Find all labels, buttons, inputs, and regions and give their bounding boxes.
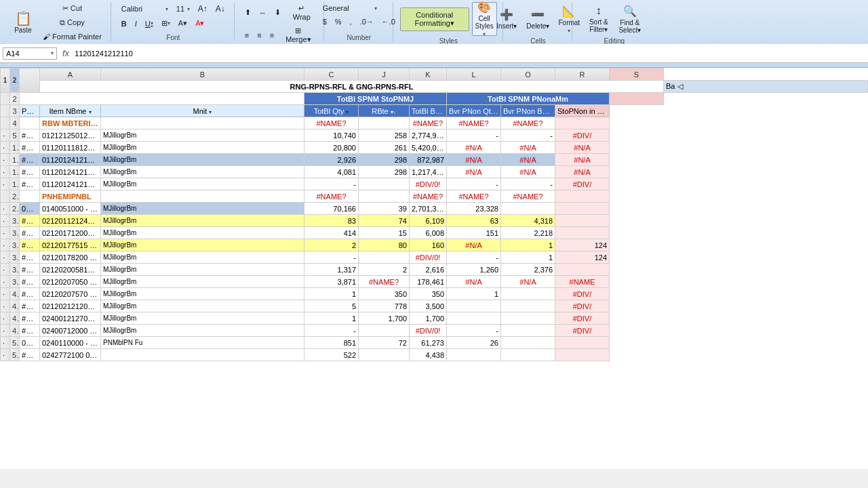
item-filter[interactable]: ▾ (89, 109, 92, 115)
table-cell[interactable] (447, 349, 501, 361)
percent-button[interactable]: % (332, 16, 345, 28)
table-cell[interactable]: 2 (359, 264, 410, 276)
table-cell[interactable]: 012121250122121212 - BLMMINMM 1012120 SH… (40, 129, 101, 142)
table-cell[interactable]: 298 (359, 166, 410, 178)
table-cell[interactable]: 160 (410, 239, 447, 251)
table-cell[interactable]: 151 (447, 227, 501, 239)
table-cell[interactable]: #DIV/0! (410, 251, 447, 264)
table-cell[interactable] (555, 215, 610, 227)
decrease-font-button[interactable]: A↓ (212, 2, 229, 16)
table-cell[interactable]: ####### (20, 215, 40, 227)
table-cell[interactable]: #DIV/ (555, 300, 610, 312)
table-cell[interactable]: 1 (304, 312, 359, 325)
table-cell[interactable]: #N/A (501, 166, 555, 178)
table-cell[interactable]: ####### (20, 288, 40, 300)
table-cell[interactable]: 1 (447, 288, 501, 300)
level1-btn[interactable]: 1 (1, 68, 10, 93)
table-cell[interactable]: ####### (20, 178, 40, 190)
table-cell[interactable]: ####### (20, 227, 40, 239)
table-cell[interactable]: MJillogrBm (101, 300, 304, 312)
conditional-format-button[interactable]: Conditional Formatting▾ (400, 7, 469, 31)
table-cell[interactable]: 778 (359, 300, 410, 312)
table-cell[interactable]: 39 (359, 203, 410, 215)
table-cell[interactable]: 124 (555, 251, 610, 264)
table-cell[interactable]: 1,217,488 (410, 166, 447, 178)
table-cell[interactable]: ####### (20, 300, 40, 312)
table-cell[interactable] (501, 288, 555, 300)
table-cell[interactable]: 2 (304, 239, 359, 251)
table-cell[interactable]: 1,317 (304, 264, 359, 276)
col-r-header[interactable]: R (555, 68, 610, 81)
table-cell[interactable]: 0242772100 0242772100 - PNVPN SOLVENT (40, 349, 101, 361)
table-cell[interactable]: 72 (359, 337, 410, 349)
table-cell[interactable] (359, 178, 410, 190)
align-middle-button[interactable]: ↔ (256, 2, 270, 23)
table-cell[interactable]: 4,318 (501, 215, 555, 227)
merge-button[interactable]: ⊞ Merge▾ (279, 24, 318, 46)
table-cell[interactable]: 350 (410, 288, 447, 300)
table-cell[interactable]: 0140051000 - H3RD PNOPKMJ - INDIB (40, 203, 101, 215)
align-center-button[interactable]: ≡ (254, 24, 264, 46)
table-cell[interactable]: MJillogrBm (101, 178, 304, 190)
increase-decimal-button[interactable]: .0→ (357, 16, 377, 28)
table-cell[interactable]: 2,218 (501, 227, 555, 239)
table-cell[interactable]: 3,500 (410, 300, 447, 312)
table-cell[interactable]: ####### (20, 142, 40, 154)
increase-font-button[interactable]: A↑ (195, 2, 211, 16)
table-cell[interactable]: 02120178200 - SMRPNON 1201 Z (BPNTIVBTIO… (40, 251, 101, 264)
table-cell[interactable]: MJillogrBm (101, 227, 304, 239)
table-cell[interactable]: #N/A (447, 154, 501, 166)
font-name-button[interactable]: Calibri ▾ (118, 2, 172, 16)
font-color-button[interactable]: A▾ (192, 17, 208, 30)
table-cell[interactable] (555, 227, 610, 239)
table-cell[interactable] (555, 337, 610, 349)
table-cell[interactable]: ####### (20, 276, 40, 288)
paste-button[interactable]: 📋 Paste (8, 5, 38, 39)
table-cell[interactable]: MJillogrBm (101, 166, 304, 178)
cut-button[interactable]: ✂ Cut (39, 2, 105, 15)
table-cell[interactable]: #DIV/ (555, 325, 610, 337)
table-cell[interactable]: 80 (359, 239, 410, 251)
col-o-header[interactable]: O (501, 68, 555, 81)
table-cell[interactable]: - (304, 251, 359, 264)
align-left-button[interactable]: ≡ (241, 24, 252, 46)
table-cell[interactable]: #DIV/0! (410, 325, 447, 337)
table-cell[interactable]: 70,166 (304, 203, 359, 215)
table-cell[interactable]: #N/A (501, 142, 555, 154)
table-cell[interactable]: 011201241212140 - BLM PNIRPNLE DIB 4122 … (40, 178, 101, 190)
table-cell[interactable] (101, 349, 304, 361)
table-cell[interactable]: ####### (20, 325, 40, 337)
delete-button[interactable]: ➖ Delete▾ (523, 2, 553, 36)
table-cell[interactable]: ####### (20, 312, 40, 325)
table-cell[interactable]: 0212011212450 0 - BLJM (40, 215, 101, 227)
table-cell[interactable]: 4,438 (410, 349, 447, 361)
align-right-button[interactable]: ≡ (267, 24, 277, 46)
table-cell[interactable]: #NAME (555, 276, 610, 288)
col-l-header[interactable]: L (447, 68, 501, 81)
table-cell[interactable]: 2,701,391 (410, 203, 447, 215)
bvrbmt-filter[interactable]: ▾ (553, 109, 555, 115)
table-cell[interactable]: - (447, 129, 501, 142)
table-cell[interactable]: #N/A (501, 154, 555, 166)
table-cell[interactable]: ####### (20, 251, 40, 264)
table-cell[interactable]: 6,008 (410, 227, 447, 239)
table-cell[interactable]: 02120212120000 - SODIMM BI PNBRBONBT (40, 300, 101, 312)
table-cell[interactable]: 258 (359, 129, 410, 142)
table-cell[interactable]: #N/A (501, 276, 555, 288)
table-cell[interactable]: MJillogrBm (101, 312, 304, 325)
formula-input[interactable] (75, 49, 865, 58)
table-cell[interactable]: 63 (447, 215, 501, 227)
table-cell[interactable]: 872,987 (410, 154, 447, 166)
table-cell[interactable]: #N/A (447, 166, 501, 178)
currency-button[interactable]: $ (319, 16, 330, 28)
table-cell[interactable]: 1 (501, 239, 555, 251)
table-cell[interactable]: #DIV/0! (410, 178, 447, 190)
rbte-filter[interactable]: ▾↓ (391, 109, 396, 115)
table-cell[interactable] (555, 203, 610, 215)
table-cell[interactable]: 74 (359, 215, 410, 227)
align-top-button[interactable]: ⬆ (241, 2, 254, 23)
col-s-header[interactable]: S (610, 68, 664, 81)
table-cell[interactable] (555, 349, 610, 361)
table-cell[interactable]: #N/A (555, 166, 610, 178)
underline-button[interactable]: U ▾ (142, 17, 157, 30)
